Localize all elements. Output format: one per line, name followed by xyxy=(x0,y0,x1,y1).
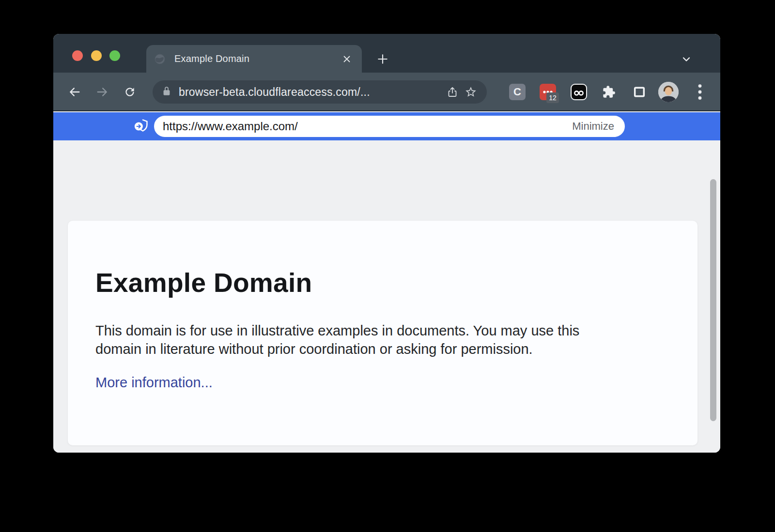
extensions-puzzle-icon[interactable] xyxy=(601,84,617,100)
browser-menu-icon[interactable] xyxy=(693,83,707,101)
page-title: Example Domain xyxy=(95,267,312,298)
isolation-url-input[interactable]: https://www.example.com/ xyxy=(163,120,572,133)
tab-strip: Example Domain xyxy=(53,34,720,73)
window-minimize-button[interactable] xyxy=(91,50,102,61)
scrollbar-thumb[interactable] xyxy=(710,179,716,421)
reload-icon[interactable] xyxy=(119,81,140,103)
side-panel-icon[interactable] xyxy=(631,84,648,100)
extension-c-icon[interactable]: C xyxy=(509,84,526,100)
extension-badge: 12 xyxy=(546,92,559,103)
two-circles-extension-icon[interactable] xyxy=(571,84,587,100)
body-line-1: This domain is for use in illustrative e… xyxy=(95,321,579,340)
bookmark-star-icon[interactable] xyxy=(462,83,480,101)
new-tab-icon[interactable] xyxy=(374,50,391,68)
more-information-link[interactable]: More information... xyxy=(95,375,213,391)
example-domain-card: Example Domain This domain is for use in… xyxy=(68,221,698,445)
page-viewport: Example Domain This domain is for use in… xyxy=(53,140,720,453)
tab-close-icon[interactable] xyxy=(340,52,354,66)
body-line-2: domain in literature without prior coord… xyxy=(95,340,579,358)
page-body-text: This domain is for use in illustrative e… xyxy=(95,321,579,358)
screenshot-canvas: Example Domain xyxy=(0,0,775,532)
profile-avatar[interactable] xyxy=(658,82,679,102)
isolation-shield-icon xyxy=(133,117,151,136)
isolation-bar: https://www.example.com/ Minimize xyxy=(53,112,720,140)
isolation-url-pill: https://www.example.com/ Minimize xyxy=(154,116,625,137)
forward-icon[interactable] xyxy=(92,81,113,103)
toolbar: browser-beta.cloudflareaccess.com/... C xyxy=(53,73,720,111)
share-icon[interactable] xyxy=(443,83,462,101)
password-manager-extension-icon[interactable]: 12 xyxy=(540,84,556,100)
back-icon[interactable] xyxy=(64,81,85,103)
tab-example-domain[interactable]: Example Domain xyxy=(146,45,362,73)
extension-c-label: C xyxy=(513,86,521,98)
address-bar[interactable]: browser-beta.cloudflareaccess.com/... xyxy=(153,80,487,104)
lock-icon[interactable] xyxy=(161,86,172,98)
globe-favicon-icon xyxy=(154,53,166,65)
window-zoom-button[interactable] xyxy=(109,50,120,61)
tab-title: Example Domain xyxy=(174,53,340,64)
tab-search-chevron-icon[interactable] xyxy=(678,50,695,68)
minimize-button[interactable]: Minimize xyxy=(572,120,614,133)
address-bar-url: browser-beta.cloudflareaccess.com/... xyxy=(179,86,443,99)
browser-window: Example Domain xyxy=(53,34,720,453)
window-close-button[interactable] xyxy=(72,50,83,61)
